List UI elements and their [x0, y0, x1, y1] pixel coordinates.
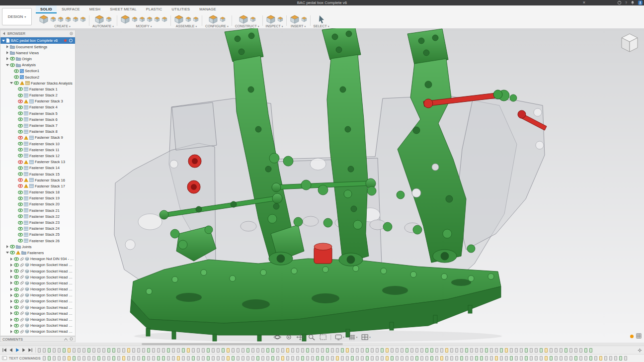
expander-icon[interactable] [5, 45, 9, 49]
browser-panel-header[interactable]: BROWSER [0, 30, 75, 37]
timeline-feature-icon[interactable] [405, 348, 408, 353]
timeline-feature-icon[interactable] [530, 356, 533, 361]
timeline-feature-icon[interactable] [574, 348, 577, 353]
timeline-feature-icon[interactable] [246, 348, 249, 353]
timeline-feature-icon[interactable] [505, 356, 508, 361]
viewport-3d-scene[interactable] [0, 28, 644, 343]
timeline-feature-icon[interactable] [227, 356, 230, 361]
workspace-switcher-design[interactable]: DESIGN▾ [2, 8, 32, 25]
timeline-feature-icon[interactable] [321, 356, 324, 361]
timeline-feature-icon[interactable] [560, 348, 563, 353]
timeline-feature-icon[interactable] [351, 356, 354, 361]
timeline-feature-icon[interactable] [381, 348, 384, 353]
visibility-eye-icon[interactable] [18, 111, 23, 115]
timeline-feature-icon[interactable] [97, 356, 100, 361]
expander-icon[interactable] [9, 305, 13, 309]
timeline-feature-icon[interactable] [430, 356, 433, 361]
timeline-feature-icon[interactable] [545, 356, 548, 361]
timeline-feature-icon[interactable] [78, 356, 80, 361]
tree-item-hexagon-socket-head-c[interactable]: Hexagon Socket Head C... [0, 262, 75, 268]
timeline-feature-icon[interactable] [306, 356, 309, 361]
timeline-feature-icon[interactable] [227, 348, 230, 353]
timeline-feature-icon[interactable] [555, 356, 558, 361]
tree-item-fastener-stack-6[interactable]: Fastener Stack 6 [0, 116, 75, 122]
timeline-feature-icon[interactable] [276, 356, 279, 361]
timeline-feature-icon[interactable] [87, 348, 90, 353]
timeline-feature-icon[interactable] [520, 356, 523, 361]
timeline-feature-icon[interactable] [470, 356, 473, 361]
timeline-feature-icon[interactable] [137, 356, 140, 361]
timeline-feature-icon[interactable] [505, 348, 508, 353]
toolbar-group-label[interactable]: MODIFY▾ [136, 24, 152, 28]
tool-cube-icon[interactable] [80, 16, 86, 22]
timeline-feature-icon[interactable] [435, 356, 438, 361]
timeline-feature-icon[interactable] [68, 348, 71, 353]
timeline-feature-icon[interactable] [485, 356, 488, 361]
timeline-feature-icon[interactable] [87, 356, 90, 361]
visibility-eye-icon[interactable] [18, 227, 23, 231]
go-to-end-button[interactable] [27, 347, 33, 353]
timeline-feature-icon[interactable] [192, 348, 195, 353]
timeline-feature-icon[interactable] [222, 356, 225, 361]
timeline-feature-icon[interactable] [371, 348, 374, 353]
timeline-feature-icon[interactable] [107, 356, 110, 361]
timeline-feature-icon[interactable] [172, 348, 175, 353]
timeline-feature-icon[interactable] [480, 356, 483, 361]
timeline-feature-icon[interactable] [356, 356, 359, 361]
tree-item-fastener-stack-12[interactable]: Fastener Stack 12 [0, 153, 75, 159]
cursor-tool-icon[interactable] [317, 14, 326, 24]
timeline-feature-icon[interactable] [117, 356, 120, 361]
timeline-feature-icon[interactable] [107, 348, 110, 353]
job-status-indicator[interactable] [630, 335, 634, 338]
timeline-feature-icon[interactable] [460, 348, 463, 353]
fit-icon[interactable] [319, 334, 327, 341]
toolbar-group-label[interactable]: INSPECT▾ [266, 24, 283, 28]
view-cube[interactable] [619, 32, 641, 56]
timeline-feature-icon[interactable] [132, 356, 135, 361]
timeline-feature-icon[interactable] [391, 356, 394, 361]
timeline-feature-icon[interactable] [256, 348, 259, 353]
tree-item-fastener-stack-10[interactable]: Fastener Stack 10 [0, 141, 75, 147]
timeline-feature-icon[interactable] [584, 348, 587, 353]
tree-item-bac-pedal-box-complete-v6[interactable]: BAC pedal box Complete v6 [0, 37, 75, 44]
timeline-feature-icon[interactable] [43, 356, 46, 361]
go-to-start-button[interactable] [1, 347, 7, 353]
tree-item-fastener-stack-8[interactable]: Fastener Stack 8 [0, 129, 75, 135]
visibility-eye-icon[interactable] [14, 287, 19, 291]
timeline-feature-icon[interactable] [301, 348, 304, 353]
timeline-feature-icon[interactable] [251, 356, 254, 361]
grid-display-icon[interactable]: ▾ [348, 334, 358, 341]
visibility-eye-icon[interactable] [10, 63, 15, 67]
tree-item-fastener-stack-26[interactable]: Fastener Stack 26 [0, 238, 75, 244]
timeline-feature-icon[interactable] [425, 356, 428, 361]
timeline-feature-icon[interactable] [396, 356, 399, 361]
visibility-eye-icon[interactable] [18, 190, 23, 194]
visibility-eye-icon[interactable] [14, 305, 19, 309]
timeline-feature-icon[interactable] [197, 356, 200, 361]
timeline-feature-icon[interactable] [401, 348, 403, 353]
visibility-eye-icon[interactable] [14, 311, 19, 315]
tree-item-section1[interactable]: Section1 [0, 68, 75, 74]
timeline-feature-icon[interactable] [97, 348, 100, 353]
timeline-feature-icon[interactable] [336, 356, 339, 361]
visibility-eye-icon[interactable] [14, 330, 19, 334]
tree-item-hexagon-socket-head-c[interactable]: Hexagon Socket Head C... [0, 310, 75, 316]
tree-item-fastener-stack-1[interactable]: Fastener Stack 1 [0, 86, 75, 92]
tree-item-hexagon-nut-din-934-m[interactable]: Hexagon Nut DIN 934 - M... [0, 256, 75, 262]
timeline-feature-icon[interactable] [266, 348, 269, 353]
tree-item-hexagon-socket-head-c[interactable]: Hexagon Socket Head C... [0, 286, 75, 292]
timeline-options-icon[interactable] [637, 347, 643, 353]
timeline-feature-icon[interactable] [53, 356, 56, 361]
timeline-feature-icon[interactable] [465, 348, 468, 353]
tab-surface[interactable]: SURFACE [57, 5, 84, 13]
timeline-feature-icon[interactable] [192, 356, 195, 361]
tab-utilities[interactable]: UTILITIES [167, 5, 195, 13]
timeline-feature-icon[interactable] [217, 348, 220, 353]
tree-item-document-settings[interactable]: Document Settings [0, 44, 75, 50]
visibility-eye-icon[interactable] [10, 245, 15, 249]
timeline-feature-icon[interactable] [92, 348, 95, 353]
timeline-feature-icon[interactable] [261, 356, 264, 361]
timeline-feature-icon[interactable] [386, 348, 389, 353]
step-forward-button[interactable] [21, 347, 27, 353]
visibility-eye-icon[interactable] [14, 269, 19, 273]
